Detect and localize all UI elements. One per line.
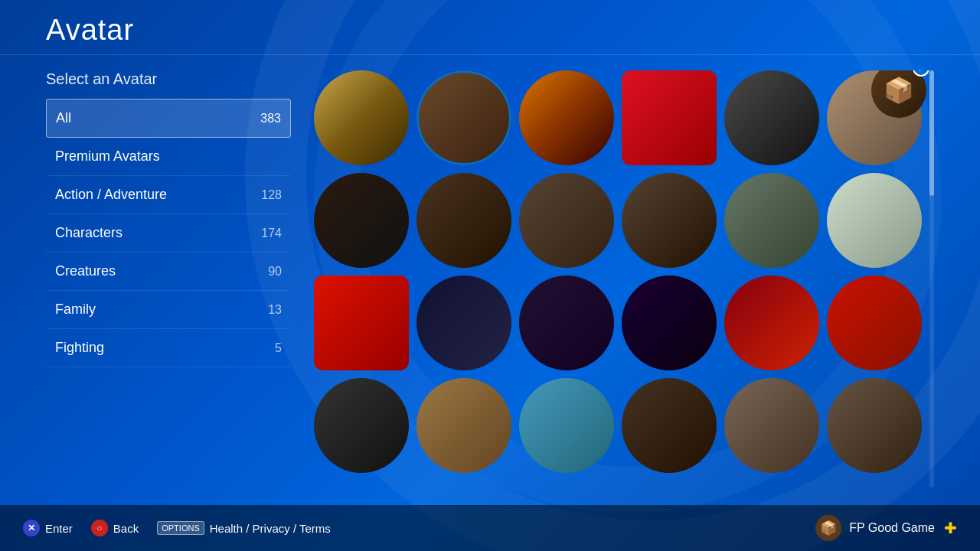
options-action-label: Health / Privacy / Terms	[210, 522, 331, 535]
user-name: FP Good Game	[849, 521, 935, 535]
avatar-cell[interactable]: ✓	[416, 70, 511, 165]
category-item-characters[interactable]: Characters174	[46, 214, 291, 253]
category-name: Premium Avatars	[55, 148, 160, 165]
category-item-premium[interactable]: Premium Avatars	[46, 138, 291, 176]
category-name: Action / Adventure	[55, 187, 167, 203]
enter-control: ✕ Enter	[23, 520, 73, 536]
avatar-icon	[724, 378, 819, 473]
avatar-cell[interactable]	[724, 70, 819, 165]
avatar-cell[interactable]	[724, 276, 819, 370]
x-button-icon[interactable]: ✕	[23, 520, 40, 536]
avatar-cell[interactable]	[827, 378, 922, 473]
right-panel: 📦 ✓ ✓	[314, 70, 934, 487]
o-button-icon[interactable]: ○	[91, 520, 108, 536]
avatar-cell[interactable]	[314, 276, 409, 370]
avatar-icon	[724, 173, 819, 268]
left-panel: Select an Avatar All383Premium AvatarsAc…	[46, 70, 291, 487]
avatar-icon	[416, 276, 511, 370]
avatar-cell[interactable]	[314, 173, 409, 268]
category-count: 174	[261, 227, 282, 240]
avatar-icon	[519, 70, 614, 165]
avatar-cell[interactable]	[622, 276, 717, 370]
avatar-icon	[724, 70, 819, 165]
user-area: 📦 FP Good Game ✚	[815, 515, 957, 541]
bottom-controls: ✕ Enter ○ Back OPTIONS Health / Privacy …	[23, 520, 331, 536]
header: Avatar	[0, 0, 980, 55]
select-label: Select an Avatar	[46, 70, 291, 88]
main-content: Select an Avatar All383Premium AvatarsAc…	[0, 55, 980, 487]
avatar-icon	[314, 173, 409, 268]
category-name: All	[56, 110, 71, 126]
back-label: Back	[113, 522, 139, 535]
avatar-icon	[519, 276, 614, 370]
avatar-icon	[827, 378, 922, 473]
current-avatar-display: 📦	[871, 70, 926, 118]
avatar-icon	[314, 378, 409, 473]
scroll-thumb[interactable]	[929, 70, 934, 196]
category-count: 13	[268, 303, 282, 317]
ps-plus-icon: ✚	[944, 519, 957, 537]
current-avatar-area: 📦 ✓	[871, 70, 926, 118]
category-item-creatures[interactable]: Creatures90	[46, 253, 291, 291]
avatar-icon	[622, 378, 717, 473]
avatar-cell[interactable]	[724, 378, 819, 473]
category-name: Characters	[55, 225, 122, 241]
category-count: 383	[260, 112, 281, 126]
avatar-checkmark: ✓	[495, 72, 510, 87]
avatar-icon	[827, 173, 922, 268]
avatar-icon	[314, 70, 409, 165]
avatar-cell[interactable]	[416, 173, 511, 268]
page-title: Avatar	[46, 14, 934, 47]
category-count: 5	[275, 341, 282, 355]
back-control: ○ Back	[91, 520, 139, 536]
avatar-cell[interactable]	[622, 173, 717, 268]
avatar-cell[interactable]	[827, 276, 922, 370]
avatar-cell[interactable]	[519, 378, 614, 473]
avatar-cell[interactable]	[827, 173, 922, 268]
enter-label: Enter	[45, 522, 73, 535]
avatar-cell[interactable]	[622, 70, 717, 165]
avatar-cell[interactable]	[314, 378, 409, 473]
options-button-icon[interactable]: OPTIONS	[157, 521, 204, 535]
avatar-cell[interactable]	[519, 70, 614, 165]
avatar-cell[interactable]	[416, 378, 511, 473]
avatar-cell[interactable]	[416, 276, 511, 370]
options-control: OPTIONS Health / Privacy / Terms	[157, 521, 331, 535]
avatar-icon	[622, 173, 717, 268]
avatar-icon	[827, 276, 922, 370]
category-name: Fighting	[55, 340, 104, 356]
category-name: Family	[55, 302, 96, 318]
bottom-bar: ✕ Enter ○ Back OPTIONS Health / Privacy …	[0, 505, 980, 551]
category-list: All383Premium AvatarsAction / Adventure1…	[46, 99, 291, 367]
category-item-action[interactable]: Action / Adventure128	[46, 176, 291, 214]
category-item-all[interactable]: All383	[46, 99, 291, 138]
avatar-grid: ✓	[314, 70, 934, 473]
avatar-cell[interactable]	[519, 173, 614, 268]
current-avatar-wrapper: 📦 ✓	[871, 70, 926, 118]
avatar-icon	[416, 378, 511, 473]
category-name: Creatures	[55, 263, 116, 279]
avatar-icon	[416, 173, 511, 268]
avatar-icon	[519, 378, 614, 473]
avatar-icon	[622, 70, 717, 165]
avatar-icon	[519, 173, 614, 268]
user-avatar-small: 📦	[815, 515, 841, 541]
avatar-cell[interactable]	[314, 70, 409, 165]
category-count: 128	[261, 188, 282, 202]
avatar-cell[interactable]	[622, 378, 717, 473]
avatar-icon	[314, 276, 409, 370]
category-count: 90	[268, 265, 282, 279]
avatar-cell[interactable]	[724, 173, 819, 268]
scrollbar[interactable]	[929, 70, 934, 487]
avatar-icon	[622, 276, 717, 370]
avatar-cell[interactable]	[519, 276, 614, 370]
category-item-fighting[interactable]: Fighting5	[46, 329, 291, 367]
category-item-family[interactable]: Family13	[46, 291, 291, 329]
avatar-icon	[724, 276, 819, 370]
